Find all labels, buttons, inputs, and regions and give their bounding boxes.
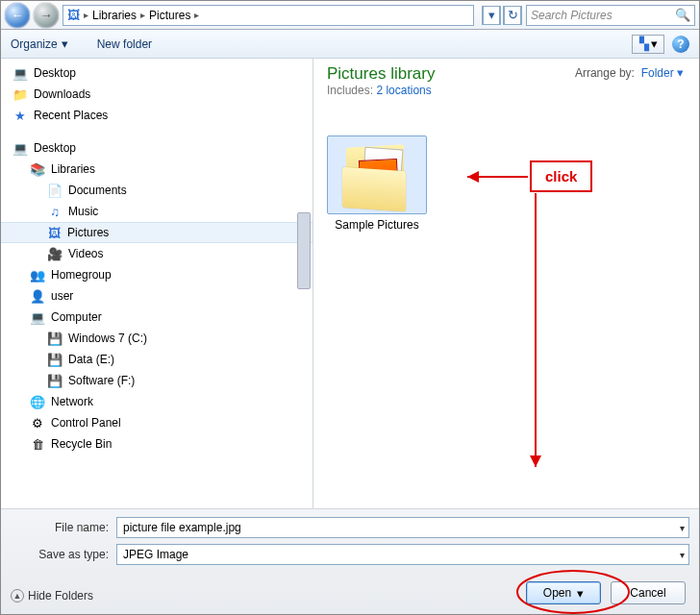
recycle-icon: 🗑 <box>30 436 45 452</box>
crumb-libraries[interactable]: Libraries <box>92 9 137 22</box>
forward-button[interactable]: → <box>34 3 59 28</box>
video-icon: 🎥 <box>47 246 62 261</box>
chevron-down-icon: ▾ <box>483 6 500 25</box>
search-placeholder: Search Pictures <box>531 9 675 22</box>
library-subtitle: Includes: 2 locations <box>327 84 686 97</box>
tree-item-label: Recent Places <box>34 109 108 122</box>
chevron-down-icon: ▾ <box>680 550 685 560</box>
main-area: 💻 Desktop 📁 Downloads ★ Recent Places 💻 … <box>1 59 699 508</box>
file-name-value: picture file example.jpg <box>123 521 241 534</box>
tree-item-music[interactable]: ♫ Music <box>1 201 312 222</box>
recent-icon: ★ <box>12 108 28 123</box>
includes-label: Includes: <box>327 84 373 97</box>
tree-item-desktop-root[interactable]: 💻 Desktop <box>1 137 312 159</box>
view-button[interactable]: ▚ ▾ <box>632 35 664 54</box>
cancel-label: Cancel <box>630 586 665 600</box>
tree-item-pictures[interactable]: 🖼 Pictures <box>1 222 312 243</box>
tree-item-downloads[interactable]: 📁 Downloads <box>1 84 312 105</box>
homegroup-icon: 👥 <box>30 267 45 283</box>
tree-item-drive-c[interactable]: 💾 Windows 7 (C:) <box>1 328 312 349</box>
navigation-tree[interactable]: 💻 Desktop 📁 Downloads ★ Recent Places 💻 … <box>1 59 313 508</box>
chevron-up-icon: ▲ <box>11 589 24 603</box>
content-pane: Pictures library Includes: 2 locations A… <box>313 59 699 508</box>
tree-item-computer[interactable]: 💻 Computer <box>1 307 312 328</box>
tree-item-user[interactable]: 👤 user <box>1 285 312 307</box>
includes-link[interactable]: 2 locations <box>376 84 431 97</box>
save-type-value: JPEG Image <box>123 548 188 561</box>
arrow-right-icon: → <box>40 9 53 21</box>
tree-item-label: Software (F:) <box>68 374 135 387</box>
tree-item-label: Recycle Bin <box>51 437 112 451</box>
tree-item-label: Computer <box>51 310 102 324</box>
back-button[interactable]: ← <box>5 3 30 28</box>
search-icon: 🔍 <box>675 9 690 21</box>
tree-item-network[interactable]: 🌐 Network <box>1 391 312 412</box>
user-icon: 👤 <box>30 288 45 304</box>
arrange-label: Arrange by: <box>575 66 635 80</box>
cancel-button[interactable]: Cancel <box>611 581 686 604</box>
tree-item-recent[interactable]: ★ Recent Places <box>1 105 312 126</box>
tree-item-drive-f[interactable]: 💾 Software (F:) <box>1 370 312 391</box>
tree-item-label: Control Panel <box>51 416 121 430</box>
tree-item-label: Documents <box>68 184 127 197</box>
tree-item-label: Libraries <box>51 162 95 176</box>
doc-icon: 📄 <box>47 183 62 198</box>
tree-item-controlpanel[interactable]: ⚙ Control Panel <box>1 412 312 433</box>
arrange-by[interactable]: Arrange by: Folder ▾ <box>575 66 684 80</box>
organize-button[interactable]: Organize ▾ <box>11 37 68 51</box>
open-button[interactable]: Open ▾ <box>526 581 601 604</box>
desktop-icon: 💻 <box>12 140 28 156</box>
tree-item-documents[interactable]: 📄 Documents <box>1 180 312 201</box>
search-input[interactable]: Search Pictures 🔍 <box>526 5 695 26</box>
hide-folders-label: Hide Folders <box>28 589 93 603</box>
tree-item-libraries[interactable]: 📚 Libraries <box>1 159 312 180</box>
tree-item-label: Windows 7 (C:) <box>68 332 147 345</box>
tree-item-label: user <box>51 289 73 303</box>
toolbar: Organize ▾ New folder ▚ ▾ ? <box>1 30 699 59</box>
bottom-panel: File name: picture file example.jpg ▾ Sa… <box>1 508 699 615</box>
tree-item-label: Pictures <box>67 226 109 239</box>
tree-item-label: Network <box>51 395 93 408</box>
breadcrumb[interactable]: 🖼 ▸ Libraries ▸ Pictures ▸ <box>62 5 474 26</box>
chevron-right-icon: ▸ <box>84 10 88 20</box>
computer-icon: 💻 <box>30 309 45 325</box>
file-name-field[interactable]: picture file example.jpg ▾ <box>116 517 689 538</box>
tree-item-label: Videos <box>68 247 103 260</box>
dropdown-button[interactable]: ▾ <box>482 6 501 25</box>
chevron-right-icon: ▸ <box>194 10 199 20</box>
path-buttons: ▾ ↻ <box>482 6 522 25</box>
address-bar: ← → 🖼 ▸ Libraries ▸ Pictures ▸ ▾ ↻ Searc… <box>1 1 699 30</box>
new-folder-button[interactable]: New folder <box>97 37 152 51</box>
refresh-button[interactable]: ↻ <box>503 6 522 25</box>
music-icon: ♫ <box>47 204 62 219</box>
tree-item-label: Homegroup <box>51 268 112 282</box>
chevron-down-icon: ▾ <box>62 37 68 50</box>
tree-item-recycle[interactable]: 🗑 Recycle Bin <box>1 433 312 455</box>
tree-item-drive-e[interactable]: 💾 Data (E:) <box>1 349 312 370</box>
crumb-pictures[interactable]: Pictures <box>149 9 190 22</box>
tree-item-label: Data (E:) <box>68 353 114 366</box>
new-folder-label: New folder <box>97 37 152 51</box>
libraries-icon: 📚 <box>30 161 45 177</box>
pictures-icon: 🖼 <box>46 225 62 240</box>
scrollbar-thumb[interactable] <box>297 212 311 289</box>
help-button[interactable]: ? <box>672 36 689 53</box>
organize-label: Organize <box>11 37 58 51</box>
chevron-down-icon: ▾ <box>677 65 684 80</box>
chevron-right-icon: ▸ <box>140 10 145 20</box>
tree-item-label: Downloads <box>34 87 90 101</box>
hide-folders-button[interactable]: ▲ Hide Folders <box>11 589 93 603</box>
folder-sample-pictures[interactable]: Sample Pictures <box>327 135 427 232</box>
thumbnails-icon: ▚ <box>639 37 649 50</box>
tree-item-homegroup[interactable]: 👥 Homegroup <box>1 264 312 285</box>
tree-item-label: Music <box>68 205 98 218</box>
drive-icon: 💾 <box>47 331 62 346</box>
tree-item-videos[interactable]: 🎥 Videos <box>1 243 312 264</box>
tree-item-desktop[interactable]: 💻 Desktop <box>1 62 312 84</box>
arrange-value: Folder <box>641 66 674 80</box>
pictures-icon: 🖼 <box>67 9 80 21</box>
chevron-down-icon: ▾ <box>651 37 658 50</box>
open-label: Open <box>543 586 571 600</box>
drive-icon: 💾 <box>47 373 62 388</box>
save-type-field[interactable]: JPEG Image ▾ <box>116 544 689 565</box>
